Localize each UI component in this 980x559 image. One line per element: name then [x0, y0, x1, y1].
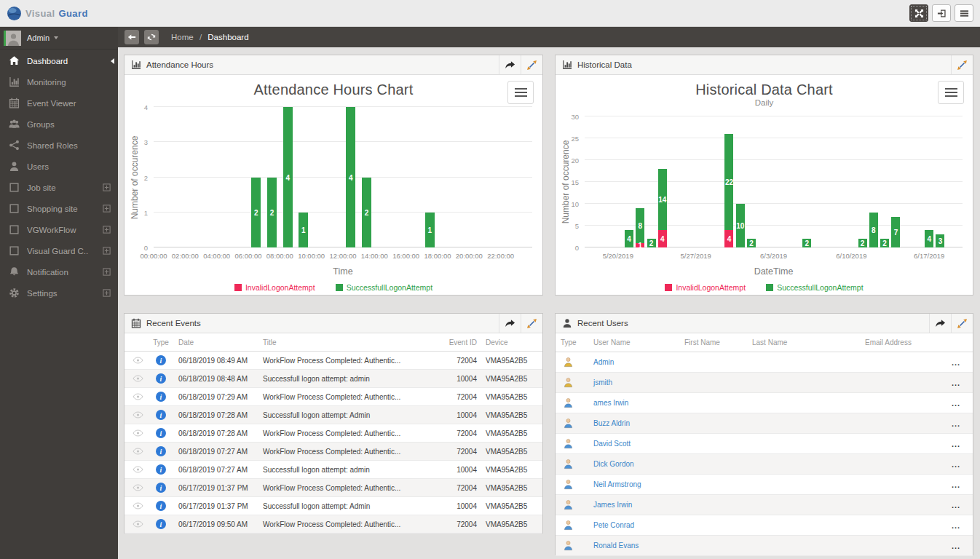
- breadcrumb-bar: Home / Dashboard: [118, 27, 980, 47]
- eye-icon[interactable]: [125, 448, 151, 455]
- plus-square-icon[interactable]: [103, 268, 111, 276]
- table-row[interactable]: i06/17/2019 01:37 PMWorkFlow Process Com…: [125, 479, 542, 497]
- user-name-link[interactable]: Pete Conrad: [593, 521, 634, 529]
- user-name-link[interactable]: James Irwin: [593, 501, 632, 509]
- row-actions-button[interactable]: ...: [939, 542, 973, 550]
- table-row[interactable]: i06/18/2019 08:48 AMSuccessfull logon at…: [125, 370, 542, 388]
- bar: 2: [880, 116, 889, 247]
- expand-panel-button[interactable]: [951, 55, 973, 74]
- sidebar-item-shared-roles[interactable]: Shared Roles: [0, 135, 118, 156]
- share-panel-button[interactable]: [499, 55, 521, 74]
- table-row[interactable]: i06/18/2019 07:27 AMWorkFlow Process Com…: [125, 443, 542, 461]
- table-row[interactable]: i06/18/2019 08:49 AMWorkFlow Process Com…: [125, 352, 542, 370]
- row-actions-button[interactable]: ...: [939, 440, 973, 448]
- table-row[interactable]: jsmith...: [556, 373, 973, 393]
- sidebar-item-monitoring[interactable]: Monitoring: [0, 71, 118, 92]
- bar: 10: [736, 116, 745, 247]
- table-row[interactable]: i06/17/2019 09:50 AMWorkFlow Process Com…: [125, 515, 542, 534]
- user-name-link[interactable]: jsmith: [593, 378, 612, 386]
- row-actions-button[interactable]: ...: [939, 419, 973, 428]
- sidebar-item-dashboard[interactable]: Dashboard: [0, 50, 118, 71]
- table-row[interactable]: Neil Armstrong...: [556, 475, 973, 495]
- sidebar-item-shopping-site[interactable]: Shopping site: [0, 198, 118, 219]
- row-actions-button[interactable]: ...: [939, 460, 973, 469]
- eye-icon[interactable]: [125, 375, 151, 382]
- user-name-link[interactable]: Neil Armstrong: [593, 480, 641, 488]
- sidebar-item-users[interactable]: Users: [0, 156, 118, 177]
- info-icon: i: [156, 446, 166, 456]
- eye-icon[interactable]: [125, 484, 151, 491]
- fullscreen-button[interactable]: [909, 4, 928, 22]
- row-actions-button[interactable]: ...: [939, 378, 973, 387]
- info-icon: i: [156, 501, 166, 511]
- info-icon: i: [156, 464, 166, 475]
- expand-panel-button[interactable]: [521, 314, 542, 333]
- legend-label: SuccessfullLogonAttempt: [347, 283, 432, 292]
- table-row[interactable]: Dick Gordon...: [556, 454, 973, 475]
- back-button[interactable]: [125, 30, 139, 44]
- bar: 144: [658, 116, 667, 247]
- table-row[interactable]: Pete Conrad...: [556, 515, 973, 536]
- user-name-link[interactable]: Admin: [593, 358, 614, 366]
- logout-button[interactable]: [932, 4, 951, 22]
- row-actions-button[interactable]: ...: [939, 399, 973, 408]
- sidebar-item-visual-guard-c[interactable]: Visual Guard C..: [0, 240, 118, 261]
- table-row[interactable]: i06/18/2019 07:27 AMSuccessfull logon at…: [125, 461, 542, 479]
- row-actions-button[interactable]: ...: [939, 501, 973, 510]
- sidebar-item-notification[interactable]: Notification: [0, 261, 118, 282]
- row-actions-button[interactable]: ...: [939, 358, 973, 367]
- table-row[interactable]: Ronald Evans...: [556, 536, 973, 556]
- row-actions-button[interactable]: ...: [939, 480, 973, 489]
- plus-square-icon[interactable]: [103, 205, 111, 213]
- bar-value-label: 4: [727, 235, 732, 243]
- table-row[interactable]: Admin...: [556, 352, 973, 373]
- table-row[interactable]: James Irwin...: [556, 495, 973, 515]
- plus-square-icon[interactable]: [103, 289, 111, 297]
- user-name-link[interactable]: Ronald Evans: [593, 542, 639, 550]
- table-row[interactable]: i06/17/2019 01:37 PMSuccessfull logon at…: [125, 497, 542, 515]
- user-name-link[interactable]: Buzz Aldrin: [593, 419, 630, 427]
- eye-icon[interactable]: [125, 429, 151, 437]
- legend-label: SuccessfullLogonAttempt: [777, 283, 863, 292]
- bar-value-label: 10: [736, 222, 744, 230]
- sidebar-item-event-viewer[interactable]: Event Viewer: [0, 92, 118, 114]
- refresh-button[interactable]: [144, 30, 159, 44]
- row-actions-button[interactable]: ...: [939, 521, 973, 530]
- expand-panel-button[interactable]: [521, 55, 542, 74]
- share-panel-button[interactable]: [499, 314, 521, 333]
- eye-icon[interactable]: [125, 393, 151, 400]
- expand-panel-button[interactable]: [951, 314, 973, 333]
- user-name-link[interactable]: Dick Gordon: [593, 460, 634, 468]
- eye-icon[interactable]: [125, 520, 151, 528]
- sidebar-item-settings[interactable]: Settings: [0, 282, 118, 304]
- breadcrumb-home-link[interactable]: Home: [171, 33, 194, 41]
- menu-button[interactable]: [955, 4, 973, 22]
- sidebar-item-groups[interactable]: Groups: [0, 114, 118, 135]
- plus-square-icon[interactable]: [103, 226, 111, 234]
- sidebar-item-vgworkflow[interactable]: VGWorkFlow: [0, 219, 118, 240]
- eye-icon[interactable]: [125, 357, 151, 364]
- chart-menu-button[interactable]: [938, 81, 964, 104]
- table-row[interactable]: Buzz Aldrin...: [556, 413, 973, 434]
- chart-menu-button[interactable]: [507, 81, 534, 104]
- eye-icon[interactable]: [125, 466, 151, 473]
- table-row[interactable]: i06/18/2019 07:29 AMWorkFlow Process Com…: [125, 388, 542, 406]
- table-row[interactable]: i06/18/2019 07:28 AMSuccessfull logon at…: [125, 406, 542, 424]
- legend-swatch: [665, 284, 672, 291]
- table-row[interactable]: ames Irwin...: [556, 393, 973, 413]
- share-panel-button[interactable]: [929, 314, 951, 333]
- plus-square-icon[interactable]: [103, 247, 111, 255]
- breadcrumb-separator: /: [199, 33, 202, 41]
- plus-square-icon[interactable]: [103, 183, 111, 191]
- eye-icon[interactable]: [125, 411, 151, 419]
- sidebar-user-menu[interactable]: Admin: [0, 27, 118, 49]
- user-name-link[interactable]: ames Irwin: [593, 399, 628, 407]
- user-icon: [562, 318, 572, 328]
- bar: 3: [936, 116, 944, 247]
- eye-icon[interactable]: [125, 502, 151, 510]
- sidebar-item-job-site[interactable]: Job site: [0, 177, 118, 198]
- table-row[interactable]: i06/18/2019 07:28 AMWorkFlow Process Com…: [125, 424, 542, 443]
- table-row[interactable]: David Scott...: [556, 434, 973, 454]
- user-name-link[interactable]: David Scott: [593, 440, 631, 448]
- panel-title: Attendance Hours: [146, 60, 499, 69]
